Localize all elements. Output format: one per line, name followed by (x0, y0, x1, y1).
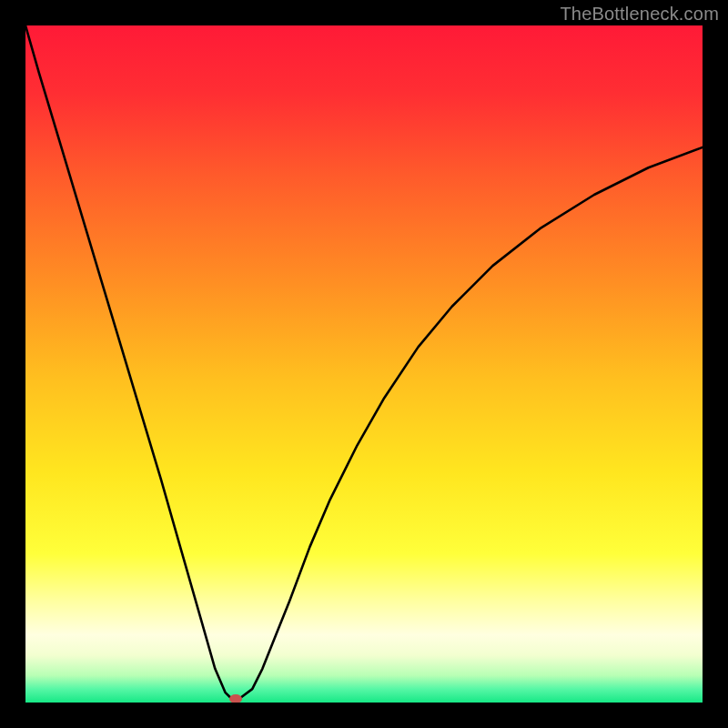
watermark-label: TheBottleneck.com (560, 4, 719, 25)
bottleneck-curve (25, 25, 703, 699)
minimum-marker-icon (229, 694, 242, 703)
plot-area (25, 25, 703, 703)
chart-frame: TheBottleneck.com (0, 0, 728, 728)
curve-layer (25, 25, 703, 703)
